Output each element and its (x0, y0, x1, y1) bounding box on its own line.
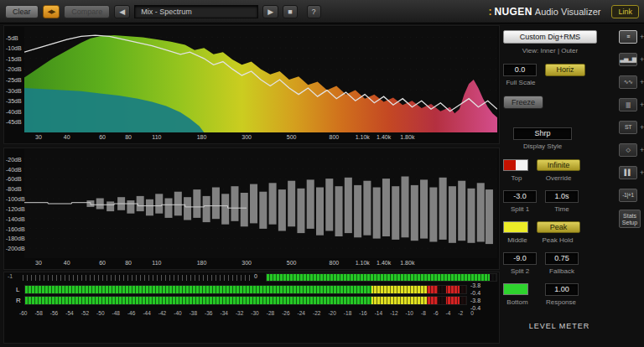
freq-label: 1.10k (356, 260, 370, 266)
db-label: -180dB (6, 236, 25, 241)
freq-label: 800 (330, 260, 340, 266)
freq-label: 1.40k (377, 260, 391, 266)
freq-label: 180 (197, 134, 207, 140)
meter-scale-label: -54 (65, 310, 73, 316)
freq-label: 300 (242, 134, 252, 140)
add-view-button[interactable]: + (640, 34, 644, 40)
add-view-button[interactable]: + (640, 56, 644, 63)
add-view-button[interactable]: + (640, 147, 644, 153)
bottom-color-swatch[interactable] (503, 283, 528, 295)
spectrum-display (24, 27, 497, 132)
meter-scale-label: -28 (267, 310, 274, 316)
add-view-button[interactable]: + (640, 101, 644, 108)
stats-setup-line1: Stats (620, 213, 640, 220)
view-vectorscope-button[interactable]: ◇ (619, 143, 637, 157)
swap-ab-icon[interactable]: ◀▶ (43, 5, 60, 18)
freq-label: 30 (35, 260, 42, 266)
stop-button[interactable]: ■ (283, 5, 297, 18)
meter-scale-label: -36 (205, 310, 212, 316)
view-spectrogram-button[interactable]: |||| (619, 98, 637, 111)
view-spectrum-lines-button[interactable]: ≡ (619, 30, 637, 44)
meter-scale-label: -42 (158, 310, 166, 316)
add-view-button[interactable]: + (640, 79, 644, 85)
spectrum-plot-area[interactable] (24, 27, 497, 132)
db-label: -20dB (6, 156, 22, 162)
split2-field[interactable]: -9.0 (503, 252, 537, 265)
freeze-button[interactable]: Freeze (503, 96, 543, 109)
db-label: -30dB (6, 87, 22, 93)
meter-segment-overlay (25, 286, 466, 293)
split1-label: Split 1 (503, 205, 537, 213)
freq-label: 40 (64, 134, 70, 140)
freq-label: 110 (152, 134, 161, 140)
brand-logo: : NUGEN Audio Visualizer (488, 6, 600, 18)
view-meter-button[interactable]: ▌▌ (619, 166, 637, 179)
meter-row-left: L (4, 285, 501, 294)
meter-scale-label: -24 (298, 310, 305, 316)
compare-button[interactable]: Compare (64, 5, 110, 18)
channel-label-right: R (16, 297, 21, 304)
nugen-logo-mark-icon: : (488, 6, 491, 18)
horiz-toggle-button[interactable]: Horiz (545, 64, 585, 76)
meter-mode-selector[interactable]: Custom Dig+RMS (503, 30, 597, 44)
clear-button[interactable]: Clear (5, 5, 39, 18)
db-label: -10dB (6, 45, 22, 51)
full-scale-field[interactable]: 0.0 (503, 64, 537, 76)
db-label: -200dB (6, 246, 25, 251)
peak-toggle-button[interactable]: Peak (537, 221, 580, 233)
add-view-button[interactable]: + (640, 169, 644, 176)
peak-hold-label: Peak Hold (533, 236, 582, 244)
meter-segment-overlay (267, 274, 496, 281)
response-field[interactable]: 1.00 (545, 283, 579, 296)
channel-label-left: L (16, 286, 19, 293)
level-bar-right (24, 296, 467, 305)
link-button[interactable]: Link (611, 5, 639, 18)
help-button[interactable]: ? (307, 5, 321, 18)
meter-scale-label: -50 (96, 310, 104, 316)
freq-label: 60 (99, 134, 106, 140)
db-label: -100dB (6, 196, 25, 202)
freq-label: 180 (197, 260, 207, 266)
display-style-selector[interactable]: Shrp (513, 127, 572, 140)
db-label: -5dB (6, 34, 18, 40)
spectrum-freq-axis: 304060801101803005008001.10k1.40k1.80k (24, 133, 497, 143)
level-bar-left (24, 285, 467, 294)
view-mode-label[interactable]: View: Inner | Outer (503, 47, 597, 54)
db-label: -35dB (6, 98, 22, 104)
split1-field[interactable]: -3.0 (503, 190, 537, 203)
meter-scale-label: -30 (251, 310, 258, 316)
view-stereo-button[interactable]: ST (619, 121, 637, 134)
view-row: ∿∿+ (619, 75, 644, 91)
stats-setup-button[interactable]: Stats Setup (619, 210, 641, 228)
level-readout: -3.8 (470, 297, 499, 304)
db-label: -15dB (6, 55, 22, 61)
view-waveform-button[interactable]: ∿∿ (619, 75, 637, 89)
meter-scale-label: -34 (220, 310, 227, 316)
freq-label: 40 (64, 260, 70, 266)
view-row: ||||+ (619, 98, 644, 113)
preset-selector[interactable]: Mix - Spectrum (134, 5, 258, 18)
control-panel: Custom Dig+RMS View: Inner | Outer 0.0 H… (503, 25, 615, 347)
freq-label: 800 (330, 134, 340, 140)
spectrum-db-axis: -5dB-10dB-15dB-20dB-25dB-30dB-35dB-40dB-… (6, 27, 24, 132)
fallback-field[interactable]: 0.75 (545, 252, 579, 265)
middle-color-swatch[interactable] (503, 221, 528, 233)
split2-label: Split 2 (503, 267, 537, 275)
histogram-plot-area[interactable] (24, 149, 497, 258)
histogram-freq-axis: 304060801101803005008001.10k1.40k1.80k (24, 259, 497, 269)
meter-scale-label: -26 (282, 310, 289, 316)
level-readouts: -3.8-0.4-3.8-0.4 (470, 282, 499, 312)
db-label: -25dB (6, 77, 22, 83)
top-color-swatch[interactable] (503, 159, 528, 171)
add-view-button[interactable]: + (640, 124, 644, 131)
offset-minus-plus-button[interactable]: -1|+1 (619, 189, 637, 202)
level-readout: -3.8 (470, 282, 499, 289)
play-button[interactable]: ▶ (262, 5, 278, 18)
infinite-toggle-button[interactable]: Infinite (537, 159, 580, 171)
meter-scale-label: -20 (328, 310, 335, 316)
db-label: -40dB (6, 108, 22, 114)
view-histogram-button[interactable]: ▃▅▂▆ (619, 53, 637, 66)
bottom-label: Bottom (503, 298, 532, 306)
prev-preset-button[interactable]: ◀ (114, 5, 130, 18)
time-field[interactable]: 1.0s (545, 190, 579, 203)
